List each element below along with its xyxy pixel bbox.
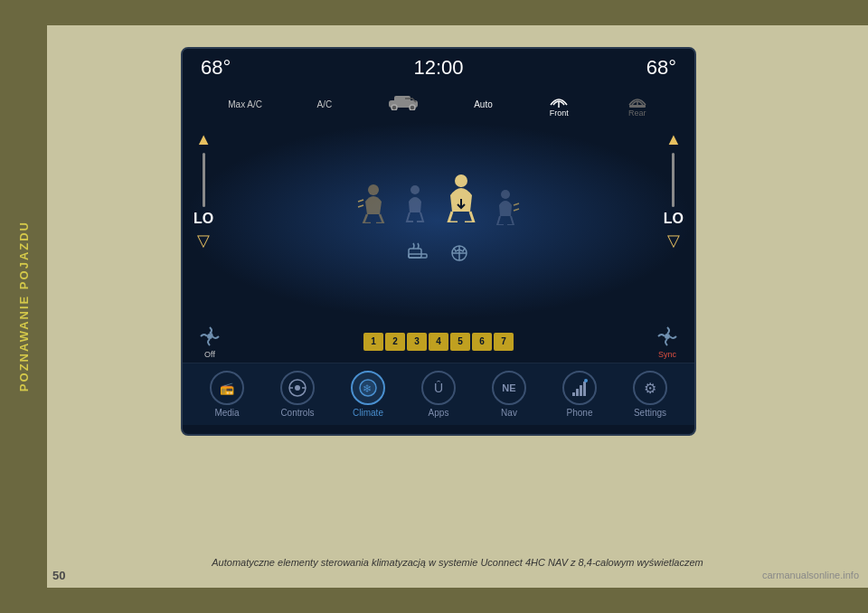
auto-btn[interactable]: Auto — [474, 99, 493, 109]
top-stripe — [0, 0, 868, 25]
right-temp-control: ▲ LO ▽ — [664, 130, 684, 250]
driver-figure — [439, 174, 483, 231]
left-temp-bar — [203, 153, 205, 207]
svg-point-19 — [295, 385, 300, 391]
rear-vent-btn[interactable]: Rear — [626, 90, 649, 118]
left-sidebar: POZNAWANIE POJAZDU — [0, 25, 47, 588]
ac-btn[interactable]: A/C — [317, 99, 333, 109]
controls-label: Controls — [280, 408, 314, 418]
defroster-icon[interactable] — [448, 241, 471, 265]
right-temp-label: LO — [664, 211, 684, 227]
left-temp-down[interactable]: ▽ — [197, 231, 210, 250]
svg-point-2 — [392, 105, 397, 110]
svg-rect-1 — [394, 96, 410, 103]
climate-label: Climate — [353, 408, 383, 418]
nav-icon-circle: NE — [492, 371, 526, 405]
sidebar-text-normal: POZNAWANIE — [17, 290, 31, 392]
fan-speed-4[interactable]: 4 — [429, 333, 448, 351]
fan-speed-row: Off 1 2 3 4 5 6 7 Sync — [183, 320, 694, 363]
max-ac-btn[interactable]: Max A/C — [228, 99, 262, 109]
fan-speed-6[interactable]: 6 — [472, 333, 492, 351]
nav-phone[interactable]: Phone — [552, 371, 607, 418]
left-temp-control: ▲ LO ▽ — [193, 130, 213, 250]
nav-controls[interactable]: Controls — [270, 371, 325, 418]
bottom-nav: 📻 Media Controls ❄ — [183, 363, 694, 425]
media-icon-circle: 📻 — [210, 371, 244, 405]
fan-speed-3[interactable]: 3 — [407, 333, 427, 351]
controls-icon-circle — [280, 371, 315, 405]
rear-left-figure — [356, 184, 391, 231]
controls-row: Max A/C A/C Auto Front — [183, 87, 694, 121]
passenger-figure — [490, 189, 521, 231]
heated-seat-left-icon[interactable] — [406, 241, 429, 265]
nav-label: Nav — [501, 408, 517, 418]
fan-speed-2[interactable]: 2 — [385, 333, 405, 351]
settings-icon-circle: ⚙ — [633, 371, 667, 405]
nav-apps[interactable]: Û Apps — [411, 371, 466, 418]
off-label: Off — [204, 350, 215, 359]
svg-rect-24 — [572, 392, 575, 396]
fan-left: Off — [197, 324, 222, 359]
front-vent-btn[interactable]: Front — [547, 90, 571, 118]
rear-center-figure — [398, 184, 432, 231]
svg-text:❄: ❄ — [363, 382, 372, 395]
fan-speed-5[interactable]: 5 — [450, 333, 470, 351]
screen-header: 68° 12:00 68° — [183, 49, 694, 87]
seat-figures-area — [192, 174, 685, 269]
watermark: carmanualsonline.info — [762, 570, 859, 580]
seat-heat-row — [406, 238, 471, 269]
fan-speed-7[interactable]: 7 — [494, 333, 514, 351]
svg-point-10 — [501, 190, 510, 199]
fan-speed-numbers: 1 2 3 4 5 6 7 — [363, 333, 514, 351]
svg-point-17 — [665, 334, 670, 339]
fan-right-area: Sync — [655, 324, 680, 359]
media-label: Media — [214, 408, 239, 418]
svg-rect-6 — [629, 105, 646, 108]
caption: Automatyczne elementy sterowania klimaty… — [47, 557, 868, 568]
svg-point-28 — [584, 379, 588, 382]
svg-rect-26 — [580, 385, 582, 396]
right-temp-down[interactable]: ▽ — [667, 231, 680, 250]
svg-rect-25 — [576, 389, 579, 396]
left-temp-label: LO — [193, 211, 213, 227]
recirculate-btn[interactable] — [387, 94, 420, 115]
climate-screen: 68° 12:00 68° Max A/C A/C Auto — [181, 47, 696, 436]
climate-main: ▲ LO ▽ — [183, 121, 694, 320]
nav-media[interactable]: 📻 Media — [200, 371, 254, 418]
apps-label: Apps — [429, 408, 449, 418]
svg-point-9 — [455, 174, 467, 187]
svg-rect-11 — [409, 249, 421, 258]
nav-navigation[interactable]: NE Nav — [482, 371, 536, 418]
phone-label: Phone — [567, 408, 593, 418]
svg-point-8 — [410, 185, 420, 194]
bottom-stripe — [0, 588, 868, 613]
right-temp-up[interactable]: ▲ — [665, 130, 682, 149]
svg-rect-27 — [583, 382, 586, 396]
phone-icon-circle — [562, 371, 597, 405]
svg-point-3 — [410, 105, 415, 110]
fan-right-icon[interactable] — [655, 324, 680, 349]
fan-left-icon[interactable] — [197, 324, 222, 349]
sidebar-label: POZNAWANIE POJAZDU — [17, 221, 31, 391]
svg-rect-12 — [409, 254, 427, 258]
temp-left[interactable]: 68° — [201, 56, 231, 80]
climate-icon-circle: ❄ — [351, 371, 385, 405]
settings-label: Settings — [634, 408, 666, 418]
temp-right[interactable]: 68° — [646, 56, 676, 80]
nav-settings[interactable]: ⚙ Settings — [623, 371, 677, 418]
sidebar-text-highlight: POJAZDU — [17, 221, 31, 289]
nav-climate[interactable]: ❄ Climate — [341, 371, 395, 418]
clock: 12:00 — [413, 56, 463, 80]
fan-speed-1[interactable]: 1 — [363, 333, 383, 351]
apps-icon-circle: Û — [421, 371, 456, 405]
page-number: 50 — [52, 569, 65, 582]
sync-label: Sync — [658, 350, 676, 359]
left-temp-up[interactable]: ▲ — [195, 130, 212, 149]
svg-point-7 — [368, 184, 379, 195]
right-temp-bar — [672, 153, 675, 207]
